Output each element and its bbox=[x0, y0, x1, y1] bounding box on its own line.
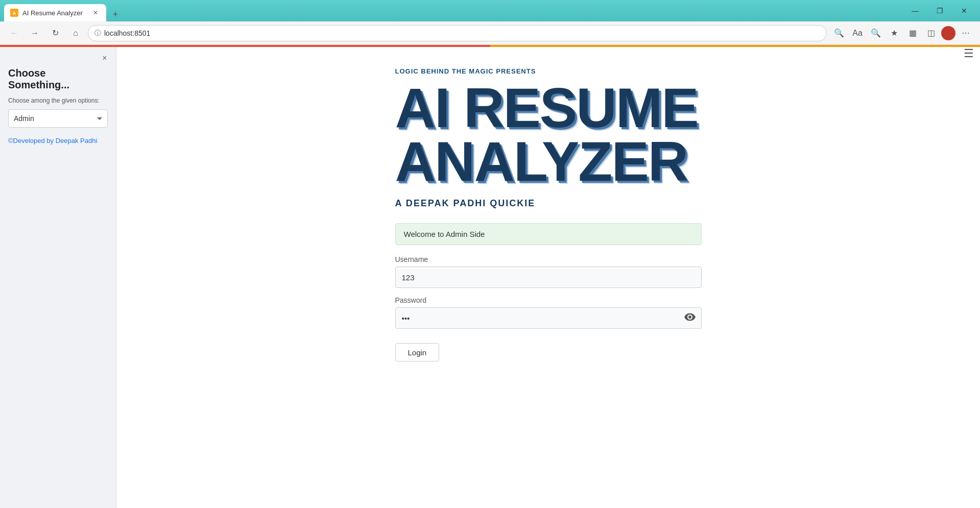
forward-button[interactable]: → bbox=[27, 25, 43, 41]
window-controls: — ❐ ✕ bbox=[903, 3, 976, 18]
reader-button[interactable]: Aa bbox=[849, 25, 866, 41]
active-tab[interactable]: A AI Resume Analyzer ✕ bbox=[4, 4, 106, 21]
app-title-line2: ANALYZER bbox=[395, 130, 688, 192]
back-button[interactable]: ← bbox=[6, 25, 22, 41]
app-title: AI RESUME ANALYZER bbox=[395, 81, 702, 188]
app-wrapper: LOGIC BEHIND THE MAGIC PRESENTS AI RESUM… bbox=[395, 67, 702, 361]
sidebar-panel: × Choose Something... Choose among the g… bbox=[0, 47, 116, 508]
zoom-button[interactable]: 🔍 bbox=[868, 25, 884, 41]
collections-button[interactable]: ▦ bbox=[904, 25, 921, 41]
browser-content: × Choose Something... Choose among the g… bbox=[0, 47, 980, 508]
sidebar-subtitle: Choose among the given options: bbox=[8, 97, 108, 104]
search-button[interactable]: 🔍 bbox=[831, 25, 847, 41]
home-button[interactable]: ⌂ bbox=[67, 25, 84, 41]
welcome-banner: Welcome to Admin Side bbox=[395, 223, 702, 245]
role-select[interactable]: Admin User bbox=[8, 109, 108, 128]
favorites-button[interactable]: ★ bbox=[886, 25, 902, 41]
tagline: LOGIC BEHIND THE MAGIC PRESENTS bbox=[395, 67, 702, 75]
tab-close-button[interactable]: ✕ bbox=[91, 8, 100, 17]
toolbar-right: 🔍 Aa 🔍 ★ ▦ ◫ ⋯ bbox=[831, 25, 974, 41]
browser-window: A AI Resume Analyzer ✕ + — ❐ ✕ ← → ↻ ⌂ ⓘ… bbox=[0, 0, 980, 508]
extensions-button[interactable]: ◫ bbox=[923, 25, 939, 41]
password-label: Password bbox=[395, 296, 702, 304]
more-button[interactable]: ⋯ bbox=[958, 25, 974, 41]
eye-toggle-icon[interactable] bbox=[684, 313, 696, 324]
password-input[interactable] bbox=[395, 307, 702, 329]
login-button[interactable]: Login bbox=[395, 343, 440, 361]
browser-toolbar: ← → ↻ ⌂ ⓘ localhost:8501 🔍 Aa 🔍 ★ ▦ ◫ ⋯ bbox=[0, 21, 980, 45]
tab-title: AI Resume Analyzer bbox=[22, 9, 83, 17]
main-content: ☰ LOGIC BEHIND THE MAGIC PRESENTS AI RES… bbox=[116, 47, 980, 508]
new-tab-button[interactable]: + bbox=[108, 7, 123, 21]
app-subtitle: A DEEPAK PADHI QUICKIE bbox=[395, 198, 702, 209]
sidebar-close-button[interactable]: × bbox=[100, 53, 110, 63]
lock-icon: ⓘ bbox=[94, 29, 101, 38]
username-label: Username bbox=[395, 255, 702, 263]
profile-avatar[interactable] bbox=[941, 26, 955, 40]
tab-favicon: A bbox=[10, 9, 18, 17]
browser-titlebar: A AI Resume Analyzer ✕ + — ❐ ✕ bbox=[0, 0, 980, 21]
sidebar-title: Choose Something... bbox=[8, 67, 108, 91]
welcome-text: Welcome to Admin Side bbox=[404, 230, 485, 238]
refresh-button[interactable]: ↻ bbox=[47, 25, 63, 41]
close-button[interactable]: ✕ bbox=[952, 3, 976, 18]
developer-link[interactable]: ©Developed by Deepak Padhi bbox=[8, 137, 97, 144]
page-menu-button[interactable]: ☰ bbox=[964, 47, 974, 60]
password-wrapper bbox=[395, 307, 702, 329]
maximize-button[interactable]: ❐ bbox=[928, 3, 951, 18]
password-group: Password bbox=[395, 296, 702, 329]
minimize-button[interactable]: — bbox=[903, 3, 927, 18]
address-bar[interactable]: ⓘ localhost:8501 bbox=[88, 25, 827, 41]
svg-text:A: A bbox=[13, 11, 16, 16]
tab-bar: A AI Resume Analyzer ✕ + bbox=[4, 0, 123, 21]
address-text: localhost:8501 bbox=[104, 29, 150, 37]
username-group: Username bbox=[395, 255, 702, 288]
username-input[interactable] bbox=[395, 267, 702, 288]
